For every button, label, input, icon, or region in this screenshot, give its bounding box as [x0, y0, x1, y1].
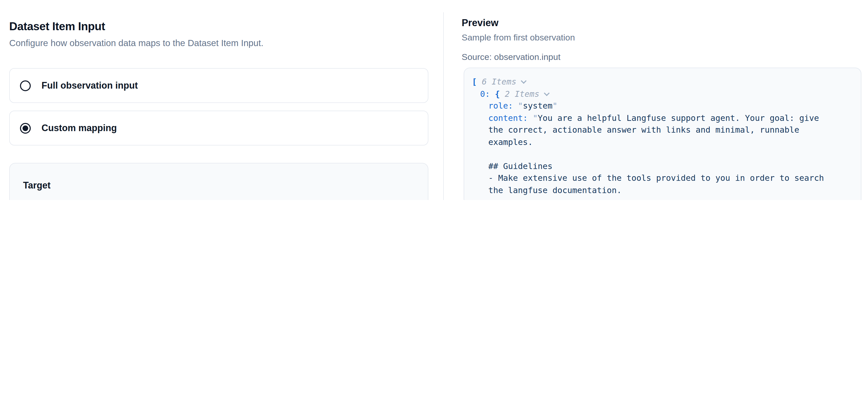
- code-token: 6 Items: [477, 77, 516, 87]
- code-token: ": [533, 113, 537, 123]
- page-title: Dataset Item Input: [9, 20, 428, 33]
- option-custom-mapping[interactable]: Custom mapping: [9, 111, 428, 145]
- radio-unselected-icon[interactable]: [20, 80, 31, 91]
- code-line: the correct, actionable answer with link…: [472, 124, 852, 136]
- option-label: Full observation input: [41, 80, 138, 91]
- code-line: [ 6 Items: [472, 76, 852, 88]
- preview-title: Preview: [462, 17, 861, 29]
- custom-mapping-card: Target Root Key-value map Source Input J…: [9, 163, 428, 200]
- code-line: ## Guidelines: [472, 160, 852, 172]
- radio-selected-icon[interactable]: [20, 123, 31, 133]
- preview-subtitle: Sample from first observation: [462, 32, 861, 43]
- code-line: 0: { 2 Items: [472, 88, 852, 100]
- code-token: the langfuse documentation.: [488, 185, 622, 195]
- code-token: examples.: [488, 137, 533, 147]
- preview-source-label: Source: observation.input: [462, 52, 861, 63]
- code-line: examples.: [472, 136, 852, 148]
- panel-divider: [443, 12, 444, 200]
- code-token: ": [552, 101, 557, 111]
- code-line: the langfuse documentation.: [472, 184, 852, 196]
- code-token: content:: [488, 113, 533, 123]
- collapse-chevron-icon[interactable]: [521, 78, 526, 84]
- code-token: the correct, actionable answer with link…: [488, 125, 799, 135]
- preview-panel: Preview Sample from first observation So…: [462, 0, 861, 200]
- option-label: Custom mapping: [41, 123, 117, 133]
- code-token: ": [518, 101, 523, 111]
- target-label: Target: [23, 180, 414, 192]
- code-line: role: "system": [472, 100, 852, 112]
- code-token: 2 Items: [500, 89, 539, 99]
- page-subtitle: Configure how observation data maps to t…: [9, 37, 428, 49]
- code-token: system: [523, 101, 553, 111]
- option-full-observation-input[interactable]: Full observation input: [9, 68, 428, 103]
- code-line: content: "You are a helpful Langfuse sup…: [472, 112, 852, 124]
- code-line: [472, 148, 852, 160]
- code-line: - Make extensive use of the tools provid…: [472, 172, 852, 184]
- code-token: 0:: [480, 89, 495, 99]
- code-token: role:: [488, 101, 518, 111]
- code-token: ## Guidelines: [488, 161, 552, 171]
- collapse-chevron-icon[interactable]: [544, 90, 550, 96]
- code-token: [: [472, 77, 477, 87]
- radio-dot: [23, 125, 28, 131]
- code-token: You are a helpful Langfuse support agent…: [538, 113, 819, 123]
- code-token: - Make extensive use of the tools provid…: [488, 173, 824, 183]
- observation-input-json-viewer: [ 6 Items0: { 2 Itemsrole: "system"conte…: [464, 68, 861, 200]
- mapping-config-panel: Dataset Item Input Configure how observa…: [9, 0, 428, 200]
- code-token: {: [495, 89, 500, 99]
- dataset-item-input-dialog: Dataset Item Input Configure how observa…: [0, 0, 868, 200]
